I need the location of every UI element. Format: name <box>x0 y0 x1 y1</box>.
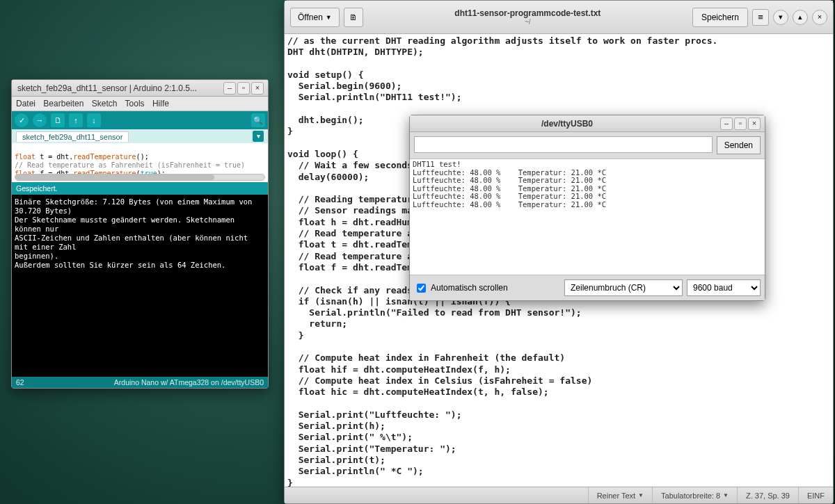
maximize-button[interactable]: ▫ <box>237 82 250 95</box>
maximize-button[interactable]: ▴ <box>793 10 808 25</box>
new-icon[interactable]: 🗋 <box>51 113 65 127</box>
status-tabwidth[interactable]: Tabulatorbreite: 8▼ <box>652 487 737 503</box>
maximize-button[interactable]: ▫ <box>734 117 747 130</box>
close-button[interactable]: × <box>812 10 827 25</box>
arduino-title: sketch_feb29a_dht11_sensor | Arduino 2:1… <box>16 83 223 93</box>
status-cursor-pos: Z. 37, Sp. 39 <box>737 487 798 503</box>
serial-options: Automatisch scrollen Zeilenumbruch (CR) … <box>410 275 765 300</box>
chevron-down-icon: ▼ <box>326 14 332 21</box>
serial-title: /dev/ttyUSB0 <box>414 119 720 129</box>
sketch-tab[interactable]: sketch_feb29a_dht11_sensor <box>16 131 129 142</box>
close-button[interactable]: × <box>748 117 761 130</box>
open-button-label: Öffnen <box>298 13 323 22</box>
gedit-statusbar: Reiner Text▼ Tabulatorbreite: 8▼ Z. 37, … <box>285 487 833 503</box>
verify-icon[interactable]: ✓ <box>15 113 29 127</box>
status-insert-mode: EINF <box>798 487 833 503</box>
baud-select[interactable]: 9600 baud <box>687 279 761 296</box>
new-document-button[interactable]: 🗎 <box>344 8 363 27</box>
arduino-status: Gespeichert. <box>12 182 268 195</box>
serial-output[interactable]: DHT11 test! Luftfeuchte: 48.00 % Tempera… <box>410 159 765 275</box>
autoscroll-label: Automatisch scrollen <box>431 283 508 293</box>
line-ending-select[interactable]: Zeilenumbruch (CR) <box>564 279 683 296</box>
upload-icon[interactable]: → <box>33 113 47 127</box>
autoscroll-input[interactable] <box>417 284 426 293</box>
status-language[interactable]: Reiner Text▼ <box>588 487 652 503</box>
minimize-button[interactable]: ▾ <box>773 10 788 25</box>
gedit-filename: dht11-sensor-programmcode-test.txt <box>363 8 692 18</box>
arduino-editor[interactable]: float t = dht.readTemperature(); // Read… <box>12 143 268 182</box>
footer-board-port: Arduino Nano w/ ATmega328 on /dev/ttyUSB… <box>114 378 264 387</box>
serial-monitor-window: /dev/ttyUSB0 – ▫ × Senden DHT11 test! Lu… <box>409 115 765 301</box>
menu-sketch[interactable]: Sketch <box>92 99 118 108</box>
minimize-button[interactable]: – <box>223 82 236 95</box>
send-button[interactable]: Senden <box>717 136 761 154</box>
serial-send-row: Senden <box>410 132 765 159</box>
arduino-tabbar: sketch_feb29a_dht11_sensor ▾ <box>12 129 268 143</box>
scrollbar-thumb[interactable] <box>15 174 214 180</box>
menu-bearbeiten[interactable]: Bearbeiten <box>43 99 84 108</box>
close-button[interactable]: × <box>251 82 264 95</box>
serial-monitor-icon[interactable]: 🔍 <box>251 113 265 127</box>
footer-line-number: 62 <box>16 378 24 387</box>
serial-titlebar: /dev/ttyUSB0 – ▫ × <box>410 115 765 132</box>
arduino-toolbar: ✓ → 🗋 ↑ ↓ 🔍 <box>12 111 268 129</box>
save-icon[interactable]: ↓ <box>87 113 101 127</box>
chevron-down-icon: ▼ <box>638 492 644 498</box>
arduino-titlebar: sketch_feb29a_dht11_sensor | Arduino 2:1… <box>12 80 268 97</box>
chevron-down-icon: ▼ <box>723 492 729 498</box>
save-button[interactable]: Speichern <box>692 8 748 27</box>
gedit-title-area: dht11-sensor-programmcode-test.txt ~/ <box>363 8 692 26</box>
arduino-console[interactable]: Binäre Sketchgröße: 7.120 Bytes (von ein… <box>12 195 268 377</box>
arduino-window: sketch_feb29a_dht11_sensor | Arduino 2:1… <box>11 79 269 389</box>
horizontal-scrollbar[interactable] <box>15 174 265 181</box>
serial-input[interactable] <box>414 136 713 153</box>
open-icon[interactable]: ↑ <box>69 113 83 127</box>
hamburger-menu-icon[interactable]: ≡ <box>752 9 769 26</box>
menu-tools[interactable]: Tools <box>125 99 145 108</box>
gedit-headerbar: Öffnen ▼ 🗎 dht11-sensor-programmcode-tes… <box>285 1 833 34</box>
arduino-footer: 62 Arduino Nano w/ ATmega328 on /dev/tty… <box>12 377 268 388</box>
arduino-menubar: Datei Bearbeiten Sketch Tools Hilfe <box>12 97 268 111</box>
gedit-path: ~/ <box>363 18 692 26</box>
menu-hilfe[interactable]: Hilfe <box>152 99 169 108</box>
autoscroll-checkbox[interactable]: Automatisch scrollen <box>414 282 508 295</box>
tab-menu-icon[interactable]: ▾ <box>253 131 264 142</box>
minimize-button[interactable]: – <box>720 117 733 130</box>
open-button[interactable]: Öffnen ▼ <box>290 8 340 27</box>
menu-datei[interactable]: Datei <box>16 99 35 108</box>
